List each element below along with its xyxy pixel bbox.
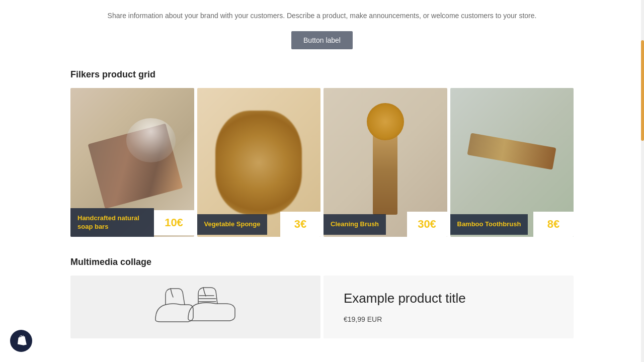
product-name-toothbrush: Bamboo Toothbrush <box>450 214 528 235</box>
collage-title: Multimedia collage <box>70 257 574 267</box>
product-grid: Handcrafted natural soap bars 10€ Vegeta… <box>70 88 574 237</box>
cta-button[interactable]: Button label <box>291 31 353 49</box>
product-price-toothbrush: 8€ <box>533 212 574 237</box>
collage-section: Multimedia collage <box>0 252 644 348</box>
product-card-soap[interactable]: Handcrafted natural soap bars 10€ <box>70 88 194 237</box>
brand-subtitle: Share information about your brand with … <box>101 10 543 21</box>
product-name-brush: Cleaning Brush <box>324 214 386 235</box>
top-section: Share information about your brand with … <box>0 0 644 64</box>
product-name-sponge: Vegetable Sponge <box>197 214 268 235</box>
product-price-soap: 10€ <box>154 210 194 235</box>
collage-product-title: Example product title <box>344 291 553 306</box>
scrollbar[interactable] <box>641 0 644 362</box>
product-name-soap: Handcrafted natural soap bars <box>70 208 154 237</box>
page-wrapper: Share information about your brand with … <box>0 0 644 348</box>
product-overlay-soap: Handcrafted natural soap bars 10€ <box>70 208 194 237</box>
product-price-brush: 30€ <box>407 212 447 237</box>
shopify-badge[interactable] <box>10 330 32 352</box>
product-overlay-toothbrush: Bamboo Toothbrush 8€ <box>450 212 574 237</box>
product-price-sponge: 3€ <box>280 212 320 237</box>
collage-left-image <box>70 276 320 338</box>
product-grid-section: Filkers product grid Handcrafted natural… <box>0 64 644 252</box>
collage-product-price: €19,99 EUR <box>344 315 553 323</box>
shopify-icon <box>15 335 27 347</box>
collage-grid: Example product title €19,99 EUR <box>70 276 574 338</box>
product-overlay-sponge: Vegetable Sponge 3€ <box>197 212 321 237</box>
product-card-brush[interactable]: Cleaning Brush 30€ <box>324 88 447 237</box>
scrollbar-thumb[interactable] <box>641 40 644 141</box>
collage-right-info: Example product title €19,99 EUR <box>324 276 574 338</box>
product-grid-title: Filkers product grid <box>70 69 574 80</box>
product-card-toothbrush[interactable]: Bamboo Toothbrush 8€ <box>450 88 574 237</box>
product-overlay-brush: Cleaning Brush 30€ <box>324 212 447 237</box>
shoe-illustration <box>145 280 246 335</box>
shoe-svg <box>145 280 246 330</box>
product-card-sponge[interactable]: Vegetable Sponge 3€ <box>197 88 321 237</box>
